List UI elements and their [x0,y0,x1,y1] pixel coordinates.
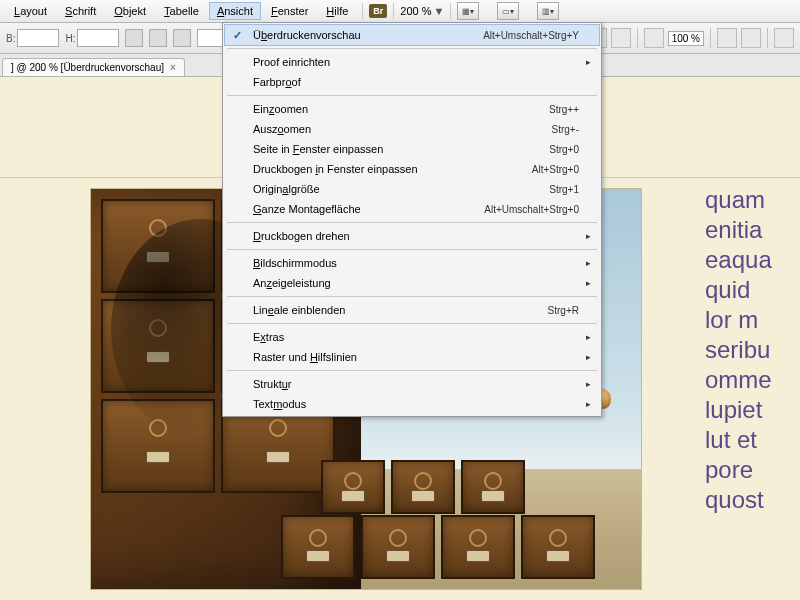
menu-zoom-out[interactable]: AuszoomenStrg+- [225,119,599,139]
menu-hilfe[interactable]: Hilfe [318,2,356,20]
separator [362,3,363,19]
menu-tabelle[interactable]: Tabelle [156,2,207,20]
separator [710,28,711,48]
image-floor-drawers [281,515,355,579]
tool-icon[interactable] [173,29,191,47]
menu-schrift[interactable]: Schrift [57,2,104,20]
tool-icon[interactable] [125,29,143,47]
menu-fenster[interactable]: Fenster [263,2,316,20]
separator [767,28,768,48]
menu-display-performance[interactable]: Anzeigeleistung [225,273,599,293]
crop-icon[interactable] [774,28,794,48]
menu-zoom-in[interactable]: EinzoomenStrg++ [225,99,599,119]
close-icon[interactable]: × [170,62,176,73]
frame-icon[interactable] [644,28,664,48]
menu-grids-guides[interactable]: Raster und Hilfslinien [225,347,599,367]
screen-mode-icon[interactable]: ▭▾ [497,2,519,20]
tab-title: ] @ 200 % [Überdruckenvorschau] [11,62,164,73]
ansicht-menu: Überdruckenvorschau Alt+Umschalt+Strg+Y … [222,22,602,417]
menu-entire-pasteboard[interactable]: Ganze MontageflächeAlt+Umschalt+Strg+0 [225,199,599,219]
menu-structure[interactable]: Struktur [225,374,599,394]
document-tab[interactable]: ] @ 200 % [Überdruckenvorschau] × [2,58,185,76]
separator [450,3,451,19]
arrange-icon[interactable]: ▥▾ [537,2,559,20]
text-frame[interactable]: quam enitia eaqua quid lor m seribu omme… [701,177,800,600]
menu-proof-colors[interactable]: Farbproof [225,72,599,92]
menu-story-editor[interactable]: Textmodus [225,394,599,414]
menu-extras[interactable]: Extras [225,327,599,347]
wrap-icon[interactable] [611,28,631,48]
view-options-icon[interactable]: ▦▾ [457,2,479,20]
menu-overprint-preview[interactable]: Überdruckenvorschau Alt+Umschalt+Strg+Y [224,24,600,46]
menu-objekt[interactable]: Objekt [106,2,154,20]
menu-screen-mode[interactable]: Bildschirmmodus [225,253,599,273]
dropdown-icon[interactable]: ▼ [434,5,445,17]
tool-icon[interactable] [741,28,761,48]
opacity-field[interactable]: 100 % [668,31,704,46]
tool-icon[interactable] [717,28,737,48]
menu-fit-page[interactable]: Seite in Fenster einpassenStrg+0 [225,139,599,159]
menu-actual-size[interactable]: OriginalgrößeStrg+1 [225,179,599,199]
height-field[interactable]: H: [65,29,119,47]
separator [637,28,638,48]
menu-proof-setup[interactable]: Proof einrichten [225,52,599,72]
menu-fit-spread[interactable]: Druckbogen in Fenster einpassenAlt+Strg+… [225,159,599,179]
menu-rotate-spread[interactable]: Druckbogen drehen [225,226,599,246]
bridge-icon[interactable]: Br [369,4,387,18]
tool-icon[interactable] [149,29,167,47]
menu-ansicht[interactable]: Ansicht [209,2,261,20]
menubar: Layout Schrift Objekt Tabelle Ansicht Fe… [0,0,800,23]
separator [393,3,394,19]
width-field[interactable]: B: [6,29,59,47]
zoom-level[interactable]: 200 % [400,5,431,17]
menu-layout[interactable]: Layout [6,2,55,20]
menu-show-rulers[interactable]: Lineale einblendenStrg+R [225,300,599,320]
